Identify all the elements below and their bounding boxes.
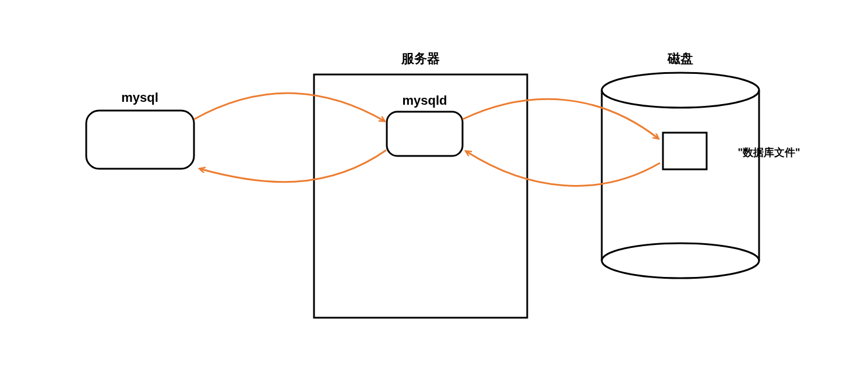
server-process-label: mysqld	[402, 93, 447, 108]
arrow-disk-to-mysqld	[466, 151, 660, 186]
arrow-mysqld-to-client	[200, 150, 386, 182]
db-file-node: "数据库文件"	[663, 133, 800, 169]
architecture-diagram: mysql 服务器 mysqld 磁盘 "数据库文件"	[0, 0, 868, 366]
client-label: mysql	[121, 90, 158, 105]
disk-label: 磁盘	[667, 51, 693, 66]
server-container-label: 服务器	[401, 51, 440, 66]
arrow-client-to-mysqld	[194, 93, 384, 121]
db-file-label: "数据库文件"	[738, 147, 800, 158]
arrow-mysqld-to-disk	[463, 99, 658, 138]
server-process-node: mysqld	[387, 93, 463, 156]
svg-point-6	[602, 243, 759, 278]
svg-rect-2	[387, 112, 463, 156]
svg-point-3	[602, 73, 759, 108]
svg-rect-7	[663, 133, 707, 169]
server-container-node: 服务器	[314, 51, 527, 318]
disk-node: 磁盘	[602, 51, 759, 278]
client-node: mysql	[86, 90, 194, 169]
svg-rect-0	[86, 111, 194, 169]
